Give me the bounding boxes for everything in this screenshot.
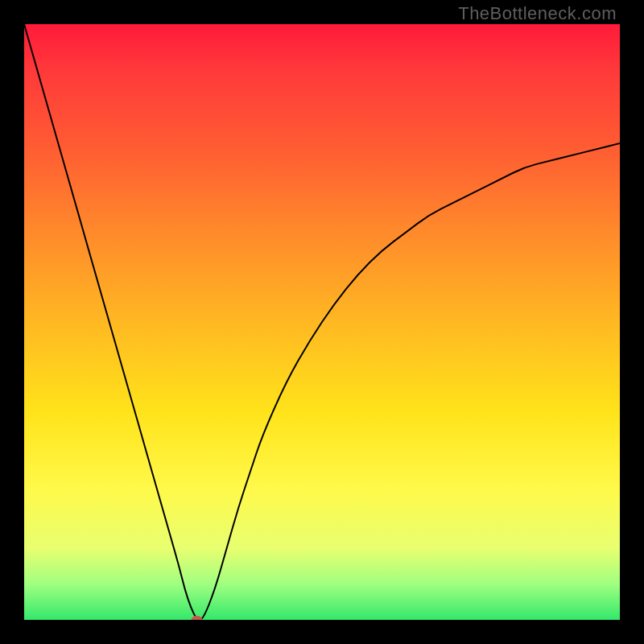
bottleneck-curve: [24, 24, 620, 620]
curve-path: [24, 24, 620, 620]
plot-area: [24, 24, 620, 620]
watermark-text: TheBottleneck.com: [458, 3, 617, 24]
optimum-marker: [192, 616, 203, 620]
chart-frame: TheBottleneck.com: [0, 0, 644, 644]
